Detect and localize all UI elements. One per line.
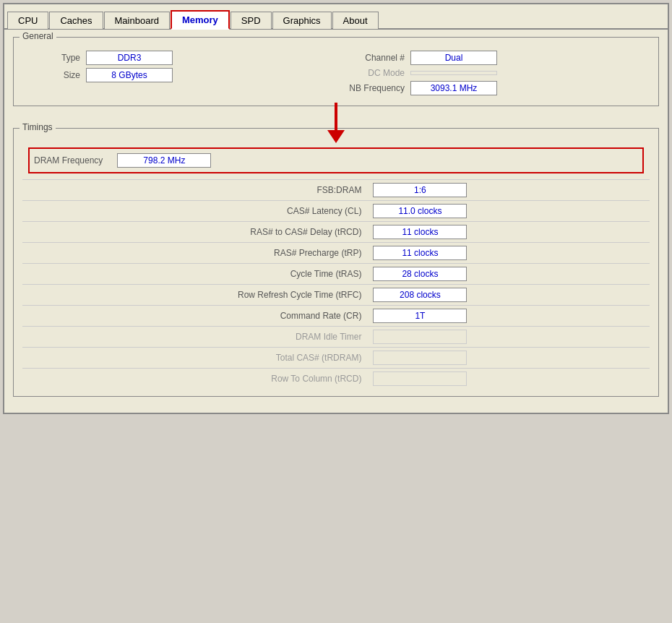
timing-label-2: CAS# Latency (CL) — [22, 201, 367, 222]
arrow-line — [335, 103, 337, 130]
timing-row-10: Row To Column (tRCD) — [22, 369, 650, 390]
dc-mode-label: DC Mode — [347, 68, 405, 78]
dram-highlight-box: DRAM Frequency798.2 MHz — [28, 147, 644, 173]
dc-mode-value — [410, 71, 497, 75]
timing-value-6: 208 clocks — [367, 285, 650, 306]
timing-row-3: RAS# to CAS# Delay (tRCD)11 clocks — [22, 222, 650, 243]
timing-label-1: FSB:DRAM — [22, 180, 367, 201]
tab-bar: CPUCachesMainboardMemorySPDGraphicsAbout — [4, 4, 668, 30]
timing-field-10 — [373, 371, 467, 386]
type-value: DDR3 — [86, 51, 173, 65]
dram-row-cell: DRAM Frequency798.2 MHz — [22, 142, 650, 180]
tab-mainboard[interactable]: Mainboard — [104, 12, 170, 29]
general-group: General Type DDR3 Size 8 GBytes — [13, 37, 659, 106]
timing-field-3: 11 clocks — [373, 225, 467, 239]
timing-field-2: 11.0 clocks — [373, 204, 467, 218]
content-area: General Type DDR3 Size 8 GBytes — [4, 30, 668, 413]
timing-row-2: CAS# Latency (CL)11.0 clocks — [22, 201, 650, 222]
timing-row-1: FSB:DRAM1:6 — [22, 180, 650, 201]
general-title: General — [20, 31, 56, 41]
size-label: Size — [22, 70, 80, 80]
timing-row-5: Cycle Time (tRAS)28 clocks — [22, 264, 650, 285]
timing-label-6: Row Refresh Cycle Time (tRFC) — [22, 285, 367, 306]
dc-mode-row: DC Mode — [347, 68, 650, 78]
channel-row: Channel # Dual — [347, 51, 650, 65]
dram-label: DRAM Frequency — [34, 155, 103, 166]
timings-title: Timings — [20, 122, 56, 132]
nb-freq-value: 3093.1 MHz — [410, 81, 497, 95]
timing-label-9: Total CAS# (tRDRAM) — [22, 348, 367, 369]
type-row: Type DDR3 — [22, 51, 325, 65]
timing-row-9: Total CAS# (tRDRAM) — [22, 348, 650, 369]
timing-value-3: 11 clocks — [367, 222, 650, 243]
timing-row-0: DRAM Frequency798.2 MHz — [22, 142, 650, 180]
timing-label-8: DRAM Idle Timer — [22, 327, 367, 348]
timing-row-4: RAS# Precharge (tRP)11 clocks — [22, 243, 650, 264]
timing-value-7: 1T — [367, 306, 650, 327]
timing-row-6: Row Refresh Cycle Time (tRFC)208 clocks — [22, 285, 650, 306]
timing-field-8 — [373, 330, 467, 344]
tab-caches[interactable]: Caches — [49, 12, 103, 29]
tab-cpu[interactable]: CPU — [7, 12, 48, 29]
nb-freq-label: NB Frequency — [347, 83, 405, 93]
timing-field-6: 208 clocks — [373, 288, 467, 302]
timing-value-4: 11 clocks — [367, 243, 650, 264]
size-row: Size 8 GBytes — [22, 68, 325, 82]
timing-label-4: RAS# Precharge (tRP) — [22, 243, 367, 264]
timing-label-5: Cycle Time (tRAS) — [22, 264, 367, 285]
size-value: 8 GBytes — [86, 68, 173, 82]
timing-field-5: 28 clocks — [373, 267, 467, 281]
timing-field-7: 1T — [373, 309, 467, 323]
timing-label-10: Row To Column (tRCD) — [22, 369, 367, 390]
timing-field-9 — [373, 351, 467, 365]
timing-field-0: 798.2 MHz — [117, 153, 211, 168]
timings-table: DRAM Frequency798.2 MHzFSB:DRAM1:6CAS# L… — [22, 142, 650, 389]
timings-group: Timings DRAM Frequency798.2 MHzFSB:DRAM1… — [13, 128, 659, 397]
tab-memory[interactable]: Memory — [171, 10, 230, 30]
tab-spd[interactable]: SPD — [231, 12, 272, 29]
nb-freq-row: NB Frequency 3093.1 MHz — [347, 81, 650, 95]
tab-about[interactable]: About — [332, 12, 379, 29]
timing-value-8 — [367, 327, 650, 348]
timing-row-8: DRAM Idle Timer — [22, 327, 650, 348]
timing-value-2: 11.0 clocks — [367, 201, 650, 222]
channel-value: Dual — [410, 51, 497, 65]
timing-label-3: RAS# to CAS# Delay (tRCD) — [22, 222, 367, 243]
channel-label: Channel # — [347, 53, 405, 63]
timing-field-1: 1:6 — [373, 183, 467, 197]
timing-label-7: Command Rate (CR) — [22, 306, 367, 327]
timing-field-4: 11 clocks — [373, 246, 467, 260]
type-label: Type — [22, 53, 80, 63]
tab-graphics[interactable]: Graphics — [272, 12, 332, 29]
main-window: CPUCachesMainboardMemorySPDGraphicsAbout… — [3, 3, 669, 414]
timing-value-5: 28 clocks — [367, 264, 650, 285]
timing-value-1: 1:6 — [367, 180, 650, 201]
timing-row-7: Command Rate (CR)1T — [22, 306, 650, 327]
timing-value-9 — [367, 348, 650, 369]
timing-value-10 — [367, 369, 650, 390]
